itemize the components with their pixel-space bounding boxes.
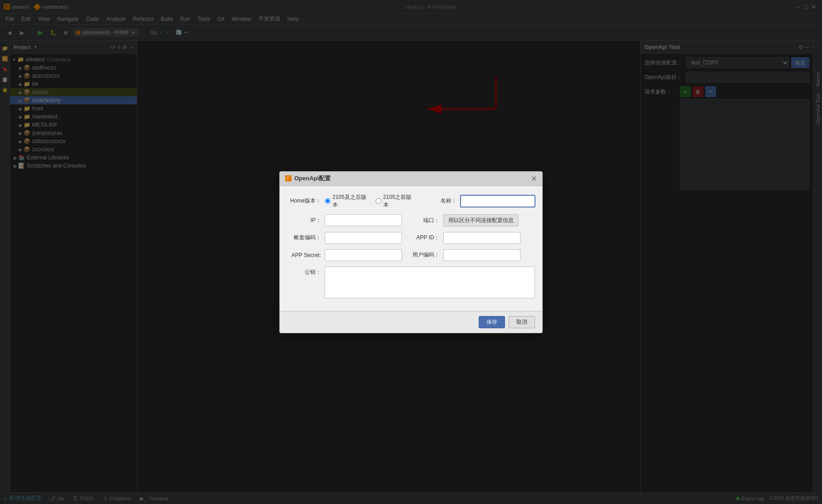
dialog-row-version: Home版本： 2105及之后版本 2105之前版本 名称： <box>287 193 535 209</box>
dialog-home-version-label: Home版本： <box>287 197 321 205</box>
dialog-pubkey-textarea[interactable] <box>325 267 535 298</box>
dialog-titlebar: 🅿 OpenApi配置 ✕ <box>280 172 542 186</box>
dialog-pubkey-label: 公钥： <box>287 268 321 276</box>
dialog-ip-label: IP： <box>287 217 321 224</box>
dialog-appsecret-input[interactable] <box>325 249 402 261</box>
dialog-radio-group: 2105及之后版本 2105之前版本 <box>325 193 416 209</box>
dialog-row-appsecret: APP Secret: 用户编码： <box>287 249 535 261</box>
dialog-appsecret-label: APP Secret: <box>287 252 321 258</box>
dialog-ip-input[interactable] <box>325 214 402 226</box>
dialog-row-pubkey: 公钥： <box>287 267 535 298</box>
dialog-appid-input[interactable] <box>443 232 520 244</box>
openapi-dialog: 🅿 OpenApi配置 ✕ Home版本： 2105及之后版本 2105之前版本 <box>279 171 543 333</box>
dialog-name-input[interactable] <box>461 195 535 207</box>
dialog-userid-input[interactable] <box>443 249 520 261</box>
dialog-userid-label: 用户编码： <box>406 251 440 259</box>
dialog-close-btn[interactable]: ✕ <box>531 174 537 183</box>
dialog-cancel-btn[interactable]: 取消 <box>509 316 535 328</box>
dialog-title-label: OpenApi配置 <box>294 174 531 183</box>
dialog-port-label: 端口： <box>406 217 440 224</box>
dialog-account-input[interactable] <box>325 232 402 244</box>
dialog-row-ip: IP： 端口： 用以区分不同连接配置信息 <box>287 214 535 227</box>
dialog-appid-label: APP ID： <box>406 234 440 242</box>
dialog-account-label: 帐套编码： <box>287 234 321 242</box>
dialog-footer: 保存 取消 <box>280 311 542 333</box>
dialog-overlay: 🅿 OpenApi配置 ✕ Home版本： 2105及之后版本 2105之前版本 <box>0 0 822 504</box>
dialog-icon: 🅿 <box>285 175 292 182</box>
dialog-name-label: 名称： <box>423 197 457 205</box>
dialog-save-btn[interactable]: 保存 <box>479 316 505 328</box>
dialog-body: Home版本： 2105及之后版本 2105之前版本 名称： IP： <box>280 186 542 311</box>
dialog-row-account: 帐套编码： APP ID： <box>287 232 535 244</box>
dialog-radio-2105before[interactable]: 2105之前版本 <box>376 193 416 209</box>
dialog-port-btn[interactable]: 用以区分不同连接配置信息 <box>443 214 519 227</box>
dialog-radio-2105after[interactable]: 2105及之后版本 <box>325 193 370 209</box>
